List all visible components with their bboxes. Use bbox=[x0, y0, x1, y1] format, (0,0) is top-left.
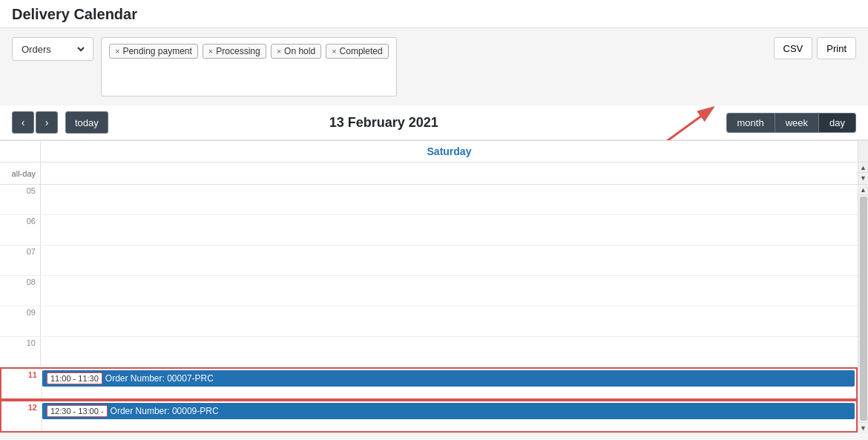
next-button[interactable]: › bbox=[36, 111, 58, 134]
time-area: 05 06 07 08 bbox=[0, 185, 868, 433]
svg-line-0 bbox=[667, 111, 708, 141]
filter-tag-processing[interactable]: × Processing bbox=[203, 44, 266, 59]
remove-pending-icon[interactable]: × bbox=[115, 47, 119, 56]
processing-tag-label: Processing bbox=[216, 46, 260, 56]
slot-content-12: 12:30 - 13:00 - Order Number: 00009-PRC bbox=[42, 401, 856, 431]
completed-tag-label: Completed bbox=[340, 46, 383, 56]
filter-tag-completed[interactable]: × Completed bbox=[326, 44, 388, 59]
hour-label-10: 10 bbox=[0, 337, 41, 367]
on-hold-tag-label: On hold bbox=[284, 46, 315, 56]
hour-label-08: 08 bbox=[0, 276, 41, 306]
csv-print-group: CSV Print bbox=[774, 37, 856, 59]
slot-content-07 bbox=[41, 246, 858, 275]
day-column-header: Saturday bbox=[41, 141, 858, 162]
allday-area bbox=[41, 162, 858, 184]
calendar-body: Saturday all-day ▲ ▼ 05 06 bbox=[0, 140, 868, 433]
page-header: Delivery Calendar bbox=[0, 0, 868, 28]
event-00009-time: 12:30 - 13:00 - bbox=[47, 405, 108, 417]
hour-label-06: 06 bbox=[0, 215, 41, 245]
day-view-button[interactable]: day bbox=[819, 114, 855, 132]
arrow-annotation bbox=[660, 111, 719, 134]
scroll-up-arrow[interactable]: ▲ bbox=[858, 185, 868, 195]
scrollbar-header bbox=[858, 141, 868, 162]
hour-label-05: 05 bbox=[0, 185, 41, 214]
right-scrollbar[interactable]: ▲ ▼ bbox=[858, 185, 868, 433]
csv-button[interactable]: CSV bbox=[774, 37, 813, 59]
calendar-nav: ‹ › today 13 February 2021 month week da… bbox=[0, 105, 868, 140]
time-scroll[interactable]: 05 06 07 08 bbox=[0, 185, 858, 433]
page-title: Delivery Calendar bbox=[12, 6, 856, 27]
scrollbar-arrow-down[interactable]: ▼ bbox=[858, 173, 868, 183]
time-gutter-header bbox=[0, 141, 41, 162]
allday-scrollbar: ▲ ▼ bbox=[858, 162, 868, 184]
remove-completed-icon[interactable]: × bbox=[332, 47, 336, 56]
day-header-row: Saturday bbox=[0, 141, 868, 162]
month-view-button[interactable]: month bbox=[727, 114, 775, 132]
scroll-thumb[interactable] bbox=[860, 197, 867, 421]
filter-tag-pending[interactable]: × Pending payment bbox=[109, 44, 198, 59]
slot-content-06 bbox=[41, 215, 858, 245]
print-button[interactable]: Print bbox=[817, 37, 856, 59]
time-slot-07: 07 bbox=[0, 246, 858, 276]
current-date-label: 13 February 2021 bbox=[116, 115, 652, 131]
pending-tag-label: Pending payment bbox=[122, 46, 191, 56]
filter-tag-on-hold[interactable]: × On hold bbox=[271, 44, 321, 59]
today-button[interactable]: today bbox=[65, 111, 108, 134]
prev-button[interactable]: ‹ bbox=[12, 111, 34, 134]
remove-processing-icon[interactable]: × bbox=[208, 47, 213, 56]
toolbar: Orders × Pending payment × Processing × … bbox=[0, 28, 868, 105]
time-slot-10: 10 bbox=[0, 337, 858, 367]
event-00009[interactable]: 12:30 - 13:00 - Order Number: 00009-PRC bbox=[42, 403, 855, 419]
red-arrow-icon bbox=[660, 104, 719, 145]
slot-content-10 bbox=[41, 337, 858, 367]
scroll-down-arrow[interactable]: ▼ bbox=[858, 422, 868, 433]
remove-on-hold-icon[interactable]: × bbox=[277, 47, 281, 56]
slot-content-09 bbox=[41, 306, 858, 336]
hour-label-11: 11 bbox=[1, 369, 42, 398]
time-slot-05: 05 bbox=[0, 185, 858, 215]
week-view-button[interactable]: week bbox=[775, 114, 819, 132]
hour-label-07: 07 bbox=[0, 246, 41, 275]
view-toggle: month week day bbox=[726, 113, 856, 133]
page-container: Delivery Calendar Orders × Pending payme… bbox=[0, 0, 868, 433]
slot-content-11: 11:00 - 11:30 Order Number: 00007-PRC bbox=[42, 369, 856, 398]
time-slot-09: 09 bbox=[0, 306, 858, 337]
orders-dropdown[interactable]: Orders bbox=[12, 37, 93, 61]
slot-content-05 bbox=[41, 185, 858, 214]
allday-row: all-day ▲ ▼ bbox=[0, 162, 868, 185]
event-00007[interactable]: 11:00 - 11:30 Order Number: 00007-PRC bbox=[42, 370, 855, 387]
event-00007-label: Order Number: 00007-PRC bbox=[105, 373, 214, 384]
orders-select[interactable]: Orders bbox=[19, 43, 87, 56]
filter-tags-box: × Pending payment × Processing × On hold… bbox=[101, 37, 397, 96]
time-slot-08: 08 bbox=[0, 276, 858, 306]
slot-content-08 bbox=[41, 276, 858, 306]
nav-button-group: ‹ › bbox=[12, 111, 58, 134]
allday-label: all-day bbox=[0, 162, 41, 184]
scrollbar-arrow-up[interactable]: ▲ bbox=[858, 162, 868, 173]
hour-label-09: 09 bbox=[0, 306, 41, 336]
time-slot-06: 06 bbox=[0, 215, 858, 246]
hour-label-12: 12 bbox=[1, 401, 42, 431]
time-slot-12: 12 12:30 - 13:00 - Order Number: 00009-P… bbox=[0, 400, 858, 433]
time-slot-11: 11 11:00 - 11:30 Order Number: 00007-PRC bbox=[0, 367, 858, 400]
event-00009-label: Order Number: 00009-PRC bbox=[111, 406, 219, 416]
event-00007-time: 11:00 - 11:30 bbox=[47, 372, 102, 384]
